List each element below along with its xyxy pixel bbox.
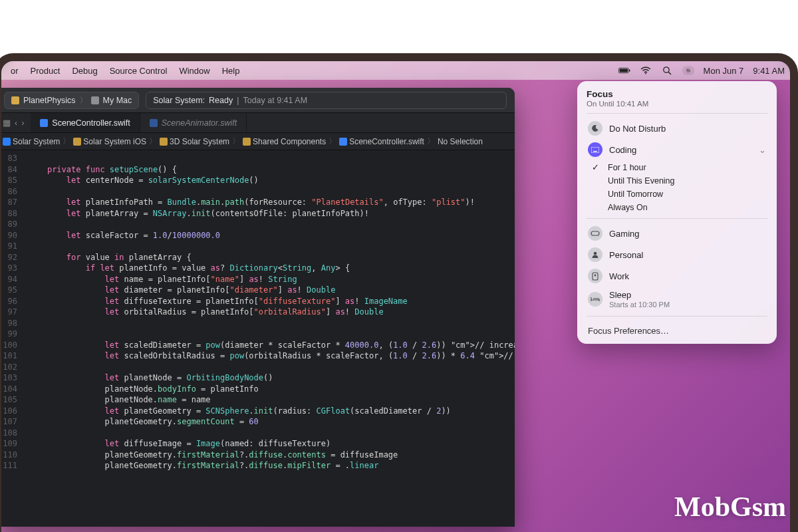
crumb[interactable]: Shared Components — [253, 137, 326, 146]
crumb[interactable]: Solar System — [13, 137, 60, 146]
keyboard-icon — [588, 142, 602, 157]
focus-mode-sleep[interactable]: Sleep Starts at 10:30 PM — [587, 287, 767, 312]
menubar-app-menu: or Product Debug Source Control Window H… — [7, 66, 239, 76]
scheme-selector[interactable]: PlanetPhysics 〉 My Mac — [4, 92, 139, 109]
focus-mode-label: Gaming — [609, 229, 766, 239]
bed-icon — [588, 292, 602, 307]
layout-icon[interactable]: ▦ — [3, 118, 11, 128]
focus-mode-label: Sleep Starts at 10:30 PM — [609, 290, 766, 309]
focus-mode-personal[interactable]: Personal — [587, 244, 767, 265]
svg-point-9 — [688, 71, 689, 72]
menubar-time[interactable]: 9:41 AM — [753, 66, 785, 76]
focus-duration-option[interactable]: Until This Evening — [587, 174, 767, 188]
swift-file-icon — [40, 119, 48, 127]
svg-point-4 — [663, 67, 668, 72]
status-state: Ready — [209, 96, 233, 105]
svg-rect-14 — [593, 273, 598, 280]
focus-mode-dnd[interactable]: Do Not Disturb — [587, 118, 767, 139]
swift-file-icon — [150, 119, 158, 127]
svg-rect-1 — [619, 69, 627, 72]
svg-rect-11 — [593, 151, 597, 152]
activity-status[interactable]: Solar System: Ready | Today at 9:41 AM — [146, 92, 507, 109]
folder-icon — [243, 138, 251, 146]
focus-mode-label: Personal — [609, 250, 766, 260]
nav-back-icon[interactable]: ‹ — [15, 118, 17, 128]
menubar-date[interactable]: Mon Jun 7 — [704, 66, 744, 76]
xcode-toolbar: PlanetPhysics 〉 My Mac Solar System: Rea… — [0, 88, 515, 113]
focus-mode-label: Coding — [609, 145, 752, 155]
svg-rect-6 — [686, 69, 690, 70]
menu-item[interactable]: Source Control — [110, 66, 168, 76]
menu-item[interactable]: Help — [222, 66, 240, 76]
menubar: or Product Debug Source Control Window H… — [1, 61, 790, 80]
scheme-name: PlanetPhysics — [23, 96, 76, 105]
focus-preferences-link[interactable]: Focus Preferences… — [587, 321, 767, 338]
svg-point-7 — [687, 69, 688, 70]
gamepad-icon — [588, 226, 602, 241]
focus-subtitle: On Until 10:41 AM — [587, 100, 767, 108]
tab-label: SceneAnimator.swift — [162, 118, 237, 128]
focus-mode-coding[interactable]: Coding ⌄ — [587, 139, 767, 160]
person-icon — [588, 247, 602, 262]
tab-inactive[interactable]: SceneAnimator.swift — [140, 113, 247, 132]
xcode-window: PlanetPhysics 〉 My Mac Solar System: Rea… — [0, 88, 515, 527]
menu-item[interactable]: or — [11, 66, 19, 76]
menubar-status-area: Mon Jun 7 9:41 AM — [618, 66, 785, 76]
battery-icon[interactable] — [618, 66, 630, 75]
focus-duration-option[interactable]: Until Tomorrow — [587, 188, 767, 201]
focus-mode-subtitle: Starts at 10:30 PM — [609, 301, 766, 309]
nav-forward-icon[interactable]: › — [21, 118, 24, 128]
menu-item[interactable]: Product — [31, 66, 61, 76]
code-editor[interactable]: 8384858687888990919293949596979899100101… — [0, 150, 515, 527]
focus-mode-label: Do Not Disturb — [609, 124, 766, 134]
svg-point-3 — [645, 73, 646, 74]
tab-label: SceneController.swift — [52, 118, 130, 128]
app-icon — [3, 138, 11, 146]
chevron-down-icon: ⌄ — [759, 145, 766, 155]
check-icon: ✓ — [589, 162, 601, 172]
spotlight-icon[interactable] — [661, 66, 673, 75]
crumb[interactable]: Solar System iOS — [83, 137, 146, 146]
menu-item[interactable]: Window — [179, 66, 209, 76]
focus-popover: Focus On Until 10:41 AM Do Not Disturb C… — [577, 81, 777, 344]
svg-rect-12 — [591, 231, 599, 235]
focus-mode-label: Work — [609, 271, 766, 281]
crumb[interactable]: No Selection — [438, 137, 483, 146]
swift-file-icon — [339, 138, 347, 146]
crumb[interactable]: 3D Solar System — [170, 137, 229, 146]
svg-point-15 — [595, 274, 597, 276]
control-center-icon[interactable] — [682, 66, 694, 75]
code-area[interactable]: private func setupScene() { let centerNo… — [23, 150, 515, 527]
svg-rect-8 — [686, 70, 690, 72]
status-prefix: Solar System: — [153, 96, 205, 105]
moon-icon — [588, 121, 602, 136]
focus-mode-work[interactable]: Work — [587, 265, 767, 287]
svg-rect-2 — [629, 69, 630, 71]
project-icon — [11, 96, 19, 104]
focus-duration-option[interactable]: ✓For 1 hour — [587, 160, 767, 174]
wifi-icon[interactable] — [640, 66, 652, 75]
status-time: Today at 9:41 AM — [243, 96, 307, 105]
svg-rect-10 — [591, 147, 599, 153]
tab-bar: ▦ ‹ › SceneController.swift SceneAnimato… — [0, 113, 515, 133]
device-icon — [91, 96, 99, 104]
focus-title: Focus — [587, 89, 767, 99]
menu-item[interactable]: Debug — [72, 66, 97, 76]
folder-icon — [160, 138, 168, 146]
svg-point-13 — [594, 252, 597, 255]
breadcrumb[interactable]: Solar System〉 Solar System iOS〉 3D Solar… — [0, 133, 515, 150]
svg-line-5 — [668, 72, 671, 74]
tab-active[interactable]: SceneController.swift — [31, 113, 140, 132]
focus-mode-gaming[interactable]: Gaming — [587, 223, 767, 244]
line-gutter: 8384858687888990919293949596979899100101… — [0, 150, 23, 527]
run-destination: My Mac — [103, 96, 132, 105]
laptop-display: or Product Debug Source Control Window H… — [0, 53, 798, 532]
focus-duration-option[interactable]: Always On — [587, 201, 767, 214]
chevron-right-icon: 〉 — [80, 95, 87, 105]
folder-icon — [73, 138, 81, 146]
badge-icon — [588, 269, 602, 283]
crumb[interactable]: SceneController.swift — [349, 137, 424, 146]
